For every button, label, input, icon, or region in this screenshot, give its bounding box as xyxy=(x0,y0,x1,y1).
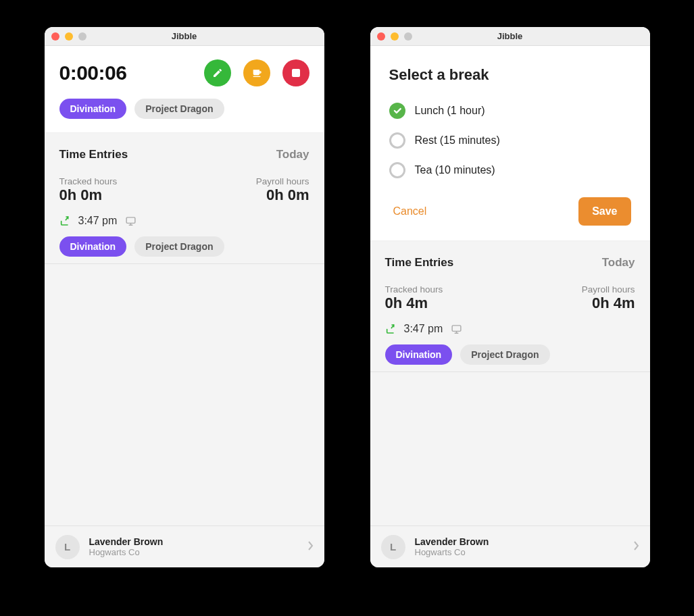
svg-rect-1 xyxy=(452,325,461,331)
payroll-label: Payroll hours xyxy=(582,284,635,294)
tag-primary[interactable]: Divination xyxy=(59,99,127,119)
tracked-value: 0h 0m xyxy=(59,186,118,204)
entry-row[interactable]: 3:47 pm xyxy=(59,212,309,236)
stop-icon xyxy=(292,69,300,77)
radio-unchecked-icon xyxy=(389,162,405,178)
chevron-right-icon xyxy=(307,540,314,554)
traffic-lights xyxy=(377,32,412,41)
divider xyxy=(370,371,650,372)
footer[interactable]: L Lavender Brown Hogwarts Co xyxy=(370,525,650,567)
chevron-right-icon xyxy=(633,540,639,554)
minimize-icon[interactable] xyxy=(391,32,399,41)
entry-tag-secondary[interactable]: Project Dragon xyxy=(460,344,549,365)
tag-secondary[interactable]: Project Dragon xyxy=(134,99,224,119)
radio-checked-icon xyxy=(389,103,405,119)
window-title: Jibble xyxy=(172,31,197,41)
titlebar: Jibble xyxy=(370,27,650,46)
avatar: L xyxy=(381,535,405,559)
save-button[interactable]: Save xyxy=(578,197,630,226)
entries-panel: Time Entries Today Tracked hours 0h 0m P… xyxy=(45,133,324,525)
timer-display: 0:00:06 xyxy=(59,61,127,84)
zoom-icon[interactable] xyxy=(78,32,86,41)
user-company: Hogwarts Co xyxy=(89,547,297,557)
entry-tag-primary[interactable]: Divination xyxy=(59,236,127,257)
radio-unchecked-icon xyxy=(389,132,405,149)
stop-button[interactable] xyxy=(282,59,309,86)
user-name: Lavender Brown xyxy=(89,536,297,547)
break-option-label: Lunch (1 hour) xyxy=(415,105,485,117)
app-window-left: Jibble 0:00:06 Divination Project Dragon xyxy=(45,27,324,567)
timer-panel: 0:00:06 Divination Project Dragon xyxy=(45,46,324,133)
svg-rect-0 xyxy=(126,217,135,223)
payroll-value: 0h 4m xyxy=(582,294,635,312)
entry-row[interactable]: 3:47 pm xyxy=(385,320,635,344)
break-option-label: Tea (10 minutes) xyxy=(415,164,495,176)
desktop-icon xyxy=(451,324,462,335)
app-window-right: Jibble Select a break Lunch (1 hour) Res… xyxy=(370,27,650,567)
desktop-icon xyxy=(125,215,137,227)
coffee-icon xyxy=(251,68,262,78)
entry-time: 3:47 pm xyxy=(404,323,443,335)
close-icon[interactable] xyxy=(377,32,385,41)
entries-panel: Time Entries Today Tracked hours 0h 4m P… xyxy=(370,241,650,525)
entry-tag-secondary[interactable]: Project Dragon xyxy=(134,236,224,257)
break-option-lunch[interactable]: Lunch (1 hour) xyxy=(389,96,631,126)
entries-title: Time Entries xyxy=(59,148,128,161)
zoom-icon[interactable] xyxy=(404,32,412,41)
pencil-icon xyxy=(212,68,223,78)
break-option-label: Rest (15 minutes) xyxy=(415,134,500,147)
break-title: Select a break xyxy=(389,66,631,84)
entries-title: Time Entries xyxy=(385,256,454,270)
entry-tag-primary[interactable]: Divination xyxy=(385,344,453,365)
clock-in-icon xyxy=(59,215,70,226)
divider xyxy=(45,263,324,264)
edit-button[interactable] xyxy=(204,59,231,86)
clock-in-icon xyxy=(385,324,396,334)
entries-day: Today xyxy=(276,148,309,161)
window-title: Jibble xyxy=(497,31,523,41)
break-option-rest[interactable]: Rest (15 minutes) xyxy=(389,126,631,155)
cancel-button[interactable]: Cancel xyxy=(389,205,427,217)
tracked-label: Tracked hours xyxy=(385,284,443,294)
minimize-icon[interactable] xyxy=(65,32,73,41)
close-icon[interactable] xyxy=(51,32,59,41)
break-button[interactable] xyxy=(243,59,270,86)
footer[interactable]: L Lavender Brown Hogwarts Co xyxy=(45,525,324,567)
payroll-value: 0h 0m xyxy=(256,186,309,204)
entries-day: Today xyxy=(602,256,635,270)
avatar: L xyxy=(55,535,80,559)
break-option-tea[interactable]: Tea (10 minutes) xyxy=(389,155,631,185)
traffic-lights xyxy=(51,32,86,41)
entry-time: 3:47 pm xyxy=(78,215,118,227)
user-company: Hogwarts Co xyxy=(415,547,623,557)
payroll-label: Payroll hours xyxy=(256,176,309,186)
user-name: Lavender Brown xyxy=(415,536,623,547)
tracked-label: Tracked hours xyxy=(59,176,118,186)
tracked-value: 0h 4m xyxy=(385,294,443,312)
break-select-panel: Select a break Lunch (1 hour) Rest (15 m… xyxy=(370,46,650,241)
titlebar: Jibble xyxy=(45,27,324,46)
